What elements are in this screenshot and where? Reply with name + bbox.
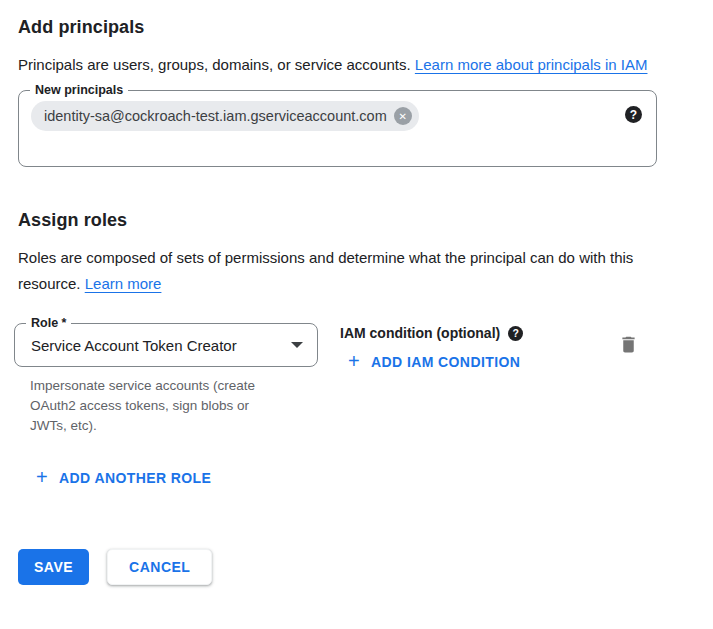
plus-icon: + <box>36 469 48 485</box>
role-column: Role * Service Account Token Creator Imp… <box>14 323 318 436</box>
iam-condition-label-row: IAM condition (optional) ? <box>340 325 523 341</box>
add-iam-condition-button[interactable]: + ADD IAM CONDITION <box>348 354 520 370</box>
learn-more-principals-link[interactable]: Learn more about principals in IAM <box>415 56 648 73</box>
role-label: Role * <box>26 315 71 332</box>
learn-more-roles-link[interactable]: Learn more <box>85 275 162 292</box>
add-another-role-button[interactable]: + ADD ANOTHER ROLE <box>36 470 211 486</box>
role-row: Role * Service Account Token Creator Imp… <box>14 323 695 436</box>
trash-icon <box>618 334 639 355</box>
assign-roles-title: Assign roles <box>18 209 695 231</box>
iam-condition-help-icon[interactable]: ? <box>508 326 523 341</box>
principal-chip: identity-sa@cockroach-test.iam.gservicea… <box>31 101 419 131</box>
cancel-button[interactable]: CANCEL <box>107 549 212 585</box>
delete-role-button[interactable] <box>616 332 641 357</box>
role-value: Service Account Token Creator <box>31 337 291 354</box>
add-another-role-label: ADD ANOTHER ROLE <box>59 470 211 486</box>
new-principals-label: New principals <box>30 82 128 99</box>
page-title: Add principals <box>18 16 695 38</box>
iam-condition-label: IAM condition (optional) <box>340 325 500 341</box>
principals-description-text: Principals are users, groups, domains, o… <box>18 56 411 73</box>
roles-description: Roles are composed of sets of permission… <box>18 245 665 297</box>
role-select[interactable]: Role * Service Account Token Creator <box>14 323 318 367</box>
plus-icon: + <box>348 353 360 369</box>
principals-description: Principals are users, groups, domains, o… <box>18 52 665 78</box>
new-principals-help-icon[interactable]: ? <box>625 106 642 123</box>
dropdown-arrow-icon <box>291 342 303 348</box>
role-helper-text: Impersonate service accounts (create OAu… <box>30 376 278 436</box>
iam-condition-column: IAM condition (optional) ? + ADD IAM CON… <box>340 323 523 373</box>
add-iam-condition-label: ADD IAM CONDITION <box>371 354 520 370</box>
principal-chip-text: identity-sa@cockroach-test.iam.gservicea… <box>44 108 387 124</box>
chip-remove-icon[interactable]: ✕ <box>394 107 412 125</box>
new-principals-field[interactable]: New principals identity-sa@cockroach-tes… <box>18 90 657 167</box>
action-button-row: SAVE CANCEL <box>18 549 695 585</box>
add-principals-panel: Add principals Principals are users, gro… <box>0 0 713 585</box>
save-button[interactable]: SAVE <box>18 549 89 585</box>
